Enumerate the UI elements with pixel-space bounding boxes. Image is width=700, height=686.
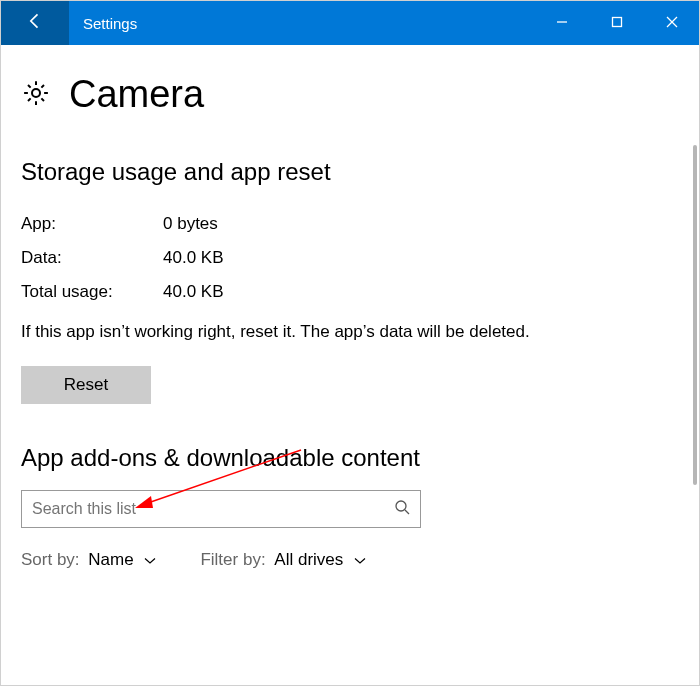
svg-point-4 <box>32 89 40 97</box>
back-button[interactable] <box>1 1 69 45</box>
sort-by-dropdown[interactable]: Sort by: Name <box>21 550 156 570</box>
filter-row: Sort by: Name Filter by: All drives <box>21 550 679 570</box>
app-size-value: 0 bytes <box>163 214 218 234</box>
search-container <box>21 490 421 528</box>
filter-by-label: Filter by: <box>200 550 265 569</box>
close-button[interactable] <box>644 1 699 45</box>
content-area: Camera Storage usage and app reset App: … <box>1 45 699 685</box>
svg-line-6 <box>405 510 409 514</box>
data-size-value: 40.0 KB <box>163 248 224 268</box>
storage-section-title: Storage usage and app reset <box>21 158 679 186</box>
total-size-label: Total usage: <box>21 282 163 302</box>
data-size-label: Data: <box>21 248 163 268</box>
app-size-label: App: <box>21 214 163 234</box>
minimize-button[interactable] <box>534 1 589 45</box>
page-header: Camera <box>21 73 679 116</box>
maximize-button[interactable] <box>589 1 644 45</box>
filter-by-value: All drives <box>274 550 343 569</box>
filter-by-dropdown[interactable]: Filter by: All drives <box>200 550 366 570</box>
app-size-row: App: 0 bytes <box>21 214 679 234</box>
sort-by-label: Sort by: <box>21 550 80 569</box>
maximize-icon <box>611 14 623 32</box>
total-size-row: Total usage: 40.0 KB <box>21 282 679 302</box>
svg-rect-1 <box>612 18 621 27</box>
reset-description: If this app isn’t working right, reset i… <box>21 320 631 344</box>
window-titlebar: Settings <box>1 1 699 45</box>
gear-icon <box>21 78 51 112</box>
addons-section-title: App add-ons & downloadable content <box>21 444 679 472</box>
search-input[interactable] <box>32 500 394 518</box>
chevron-down-icon <box>354 550 366 569</box>
minimize-icon <box>556 14 568 32</box>
sort-by-value: Name <box>88 550 133 569</box>
close-icon <box>666 14 678 32</box>
chevron-down-icon <box>144 550 156 569</box>
svg-point-5 <box>396 501 406 511</box>
data-size-row: Data: 40.0 KB <box>21 248 679 268</box>
total-size-value: 40.0 KB <box>163 282 224 302</box>
scrollbar[interactable] <box>686 45 697 683</box>
back-arrow-icon <box>25 11 45 35</box>
search-icon[interactable] <box>394 499 410 519</box>
scrollbar-thumb[interactable] <box>693 145 697 485</box>
page-title: Camera <box>69 73 204 116</box>
reset-button[interactable]: Reset <box>21 366 151 404</box>
window-title: Settings <box>69 15 534 32</box>
